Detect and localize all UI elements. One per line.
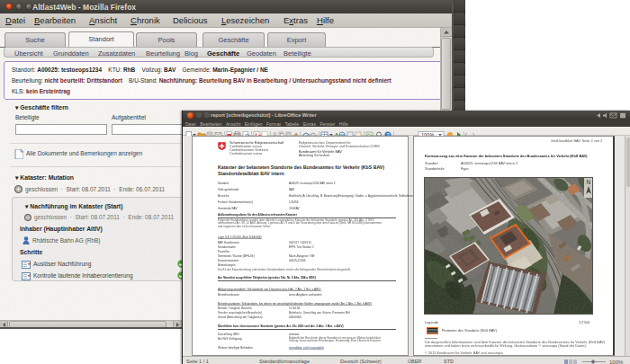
- svg-text:100%: 100%: [609, 360, 624, 364]
- svg-text:N: N: [587, 179, 591, 185]
